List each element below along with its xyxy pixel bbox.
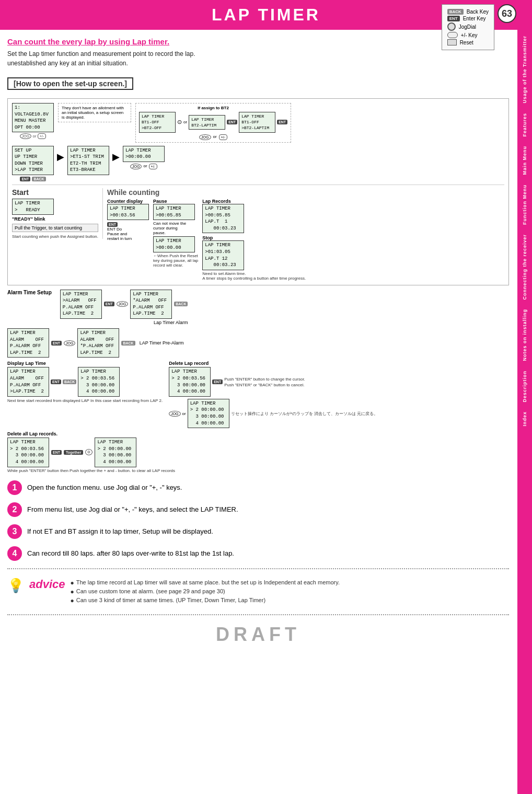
delete-all-label: Delete all Lap records. xyxy=(7,431,509,436)
plusminus-icon-all: ⊙ xyxy=(85,449,92,455)
ent-btn-pre[interactable]: ENT xyxy=(51,341,62,346)
step-3-circle: 3 xyxy=(7,524,22,539)
step-1-row: 1 Open the function menu. use Jog dial o… xyxy=(7,480,509,495)
ent-btn-alarm[interactable]: ENT xyxy=(104,302,114,306)
advice-text-3: Can use 3 kind of timer at same times. (… xyxy=(76,597,265,603)
lcd-pause1: LAP TIMER >00:05.85 xyxy=(153,204,195,220)
advice-label: advice xyxy=(29,578,65,591)
ent-btn-disp[interactable]: ENT xyxy=(51,379,61,384)
setup-note-box: They don't have an allotment with an ini… xyxy=(58,103,131,122)
delete-all-row: LAP TIMER > 2 00:03.56 3 00:00.00 4 00:0… xyxy=(7,438,509,467)
start-assign-note: Start counting when push the Assigned bu… xyxy=(12,234,98,239)
bullet-dot-2: ● xyxy=(71,588,74,595)
display-delete-section: Display Lap Time LAP TIMER ALARM OFF P.A… xyxy=(7,361,509,428)
ent-btn-4[interactable]: ENT xyxy=(107,222,118,227)
key-legend-back: BACK Back Key xyxy=(447,9,489,15)
display-lap-block: Display Lap Time LAP TIMER ALARM OFF P.A… xyxy=(7,361,163,402)
main-content: Can count the every lap by using Lap tim… xyxy=(0,37,516,646)
del-notes: Push "ENTER" button to change the cursor… xyxy=(224,377,305,387)
alarm-setup-section: Alarm Time Setup LAP TIMER >ALARM OFF P.… xyxy=(7,290,509,325)
step-3-text: If not ET and BT assign it to lap timer,… xyxy=(27,527,213,535)
enter-back-row: ENT BACK xyxy=(20,177,45,181)
start-while-section: Start LAP TIMER > READY "READY" blink Pu… xyxy=(12,185,504,281)
advice-bullet-2: ● Can use custom tone at alarm. (see pag… xyxy=(71,588,340,595)
or-text: or xyxy=(183,120,187,124)
advice-bullet-1: ● The lap time record at Lap timer will … xyxy=(71,579,340,586)
advice-bulb-icon: 💡 xyxy=(7,578,24,594)
ent-note-1: ENT Do xyxy=(107,227,149,232)
lcd-disp1: LAP TIMER ALARM OFF P.ALARM OFF >LAP.TIM… xyxy=(7,367,49,396)
ent-btn-2[interactable]: ENT xyxy=(277,120,287,124)
jog-or-row: JOG or +/- xyxy=(139,134,287,140)
jog-plusminus-row-2: JOG or +/- xyxy=(130,164,157,169)
sidebar-label-mainmenu: Main Menu xyxy=(522,146,527,175)
trigger-note: Pull the Trigger, to start counting xyxy=(12,224,98,232)
jog-or-plusminus-note: JOG or +/- xyxy=(20,134,46,139)
back-btn-disp[interactable]: BACK xyxy=(63,379,76,384)
page-number: 63 xyxy=(498,4,516,23)
next-start-note: Next time start recorded from displayed … xyxy=(7,398,163,403)
flow-row-2: SET UP UP TIMER DOWN TIMER >LAP TIMER EN… xyxy=(12,146,504,181)
pause-label: Pause xyxy=(153,199,198,204)
ent-btn-3[interactable]: ENT xyxy=(20,177,30,181)
cannot-move-note: Can not move thecursor duringpause. xyxy=(153,221,198,235)
jog-key-icon xyxy=(447,22,456,31)
ready-blink-label: "READY" blink xyxy=(12,216,98,222)
dotted-separator-bottom xyxy=(7,614,509,615)
right-sidebar: Usage of the Transmitter Features Main M… xyxy=(517,0,532,794)
lcd-pause2: LAP TIMER >00:00.00 xyxy=(153,236,195,252)
sidebar-label-notes: Notes on installing xyxy=(522,309,527,361)
lcd-ready: LAP TIMER > READY xyxy=(12,199,54,215)
lcd-menu: SET UP UP TIMER DOWN TIMER >LAP TIMER xyxy=(12,146,54,175)
lcd-stop: LAP TIMER >01:03.05 LAP.T 12 00:03.23 xyxy=(202,240,244,270)
delete-lap-label: Delete Lap record xyxy=(169,361,378,366)
ent-btn-del[interactable]: ENT xyxy=(212,379,223,384)
stop-notes: Need to set Alarm time. A timer stops by… xyxy=(202,271,306,281)
delete-result-row: JOG or LAP TIMER > 2 00:00.00 3 00:00.00… xyxy=(169,399,378,428)
step-1-circle: 1 xyxy=(7,480,22,495)
bullet-dot-1: ● xyxy=(71,579,74,586)
reset-note: リセット操作により カーソルが*のラップを 消去して、カーソルは 元に戻る。 xyxy=(231,411,378,417)
lap-timer-alarm-label: Lap Timer Alarm xyxy=(60,320,188,325)
lcd-pre2: LAP TIMER ALARM OFF *P.ALARM OFF LAP.TIM… xyxy=(77,328,119,358)
back-btn-alarm[interactable]: BACK xyxy=(174,302,188,306)
enter-key-label: Enter Key xyxy=(463,16,486,21)
plusminus-icon-2: +/- xyxy=(219,134,227,140)
sidebar-label-functionmenu[interactable]: Function Menu xyxy=(522,185,527,225)
ent-note-3: restart in turn xyxy=(107,236,149,241)
how-to-open-title: [How to open the set-up screen.] xyxy=(7,77,133,90)
alarm-setup-title: Alarm Time Setup xyxy=(7,290,52,295)
lcd-menu-col: SET UP UP TIMER DOWN TIMER >LAP TIMER EN… xyxy=(12,146,54,181)
pre-alarm-lcds: LAP TIMER ALARM OFF P.ALARM OFF LAP.TIME… xyxy=(7,328,135,358)
key-legend-reset: Reset xyxy=(447,39,489,45)
back-btn-1[interactable]: BACK xyxy=(32,177,45,181)
jog-icon: JOG xyxy=(20,133,31,139)
key-legend: BACK Back Key ENT Enter Key JogDial +/- … xyxy=(442,4,494,50)
ent-note-2: Pause and xyxy=(107,232,149,236)
lcd-disp2: LAP TIMER > 2 00:03.56 3 00:00.00 4 00:0… xyxy=(78,367,120,396)
key-legend-plusminus: +/- Key xyxy=(447,32,489,38)
or-text-2: or xyxy=(213,134,217,140)
step-1-text: Open the function menu. use Jog dial or … xyxy=(27,484,182,491)
step-4-circle: 4 xyxy=(7,546,22,561)
lcd-alarm1: LAP TIMER >ALARM OFF P.ALARM OFF LAP.TIM… xyxy=(60,290,102,319)
stop-label: Stop xyxy=(202,235,306,240)
pause-block: Pause LAP TIMER >00:05.85 Can not move t… xyxy=(153,199,198,268)
plusminus-icon-3: +/- xyxy=(149,164,157,169)
lap-stop-block: Lap Records LAP TIMER >00:05.85 LAP.T 1 … xyxy=(202,199,306,281)
ent-btn-all[interactable]: ENT xyxy=(51,450,62,455)
advice-content: ● The lap time record at Lap timer will … xyxy=(71,578,340,606)
lcd-del1: LAP TIMER > 2 00:03.56 3 00:00.00 4 00:0… xyxy=(169,367,211,396)
assign-bt2-label: If assign to BT2 xyxy=(139,106,287,110)
back-btn-pre[interactable]: BACK xyxy=(121,341,135,346)
sidebar-label-description: Description xyxy=(522,371,527,402)
ent-notes: ENT Do Pause and restart in turn xyxy=(107,227,149,241)
ent-btn-1[interactable]: ENT xyxy=(227,120,237,124)
step-3-row: 3 If not ET and BT assign it to lap time… xyxy=(7,524,509,539)
back-key-icon: BACK xyxy=(447,9,464,15)
delete-lap-row: LAP TIMER > 2 00:03.56 3 00:00.00 4 00:0… xyxy=(169,367,378,396)
dotted-separator-top xyxy=(7,568,509,569)
lcd-time-col: LAP TIMER >00:00.00 JOG or +/- xyxy=(123,146,165,169)
lcd-time: LAP TIMER >00:00.00 xyxy=(123,146,165,162)
lcd-laptimer-col: LAP TIMER >ET1-ST TRIM ET2-TH TRIM ET3-B… xyxy=(67,146,109,175)
